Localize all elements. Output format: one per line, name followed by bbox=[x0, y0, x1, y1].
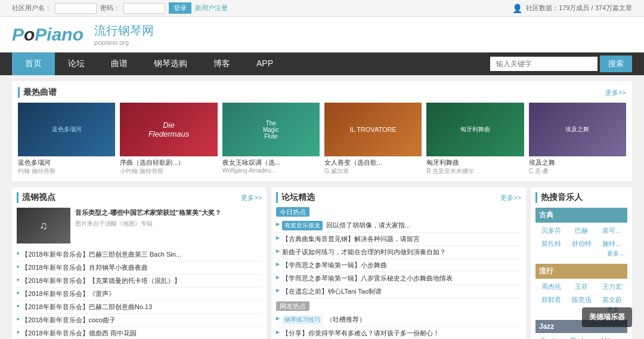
logo-info: 流行钢琴网 popiano.org bbox=[94, 23, 154, 46]
forum-title: 论坛精选 bbox=[276, 192, 315, 203]
musician-zheng[interactable]: 郑郭君 bbox=[537, 294, 565, 306]
video-item-7[interactable]: 【2018年新年音乐会】德彪西 雨中花园 bbox=[17, 327, 262, 339]
video-item-6[interactable]: 【2018年新年音乐会】coco曲子 bbox=[17, 314, 262, 327]
nav-item-sheets[interactable]: 曲谱 bbox=[98, 53, 141, 75]
video-section: 流钢视点 更多>> ♫ 音乐类型之-哪些中国艺术家荣获过"格莱美"大奖？ 图片来… bbox=[12, 187, 267, 339]
classical-header: 古典 bbox=[535, 208, 627, 223]
logo: PoPiano 流行钢琴网 popiano.org bbox=[12, 23, 154, 46]
video-featured[interactable]: ♫ 音乐类型之-哪些中国艺术家荣获过"格莱美"大奖？ 图片来自于清醒《地图》专辑 bbox=[17, 208, 262, 244]
piano-grid: 周杰伦 王菲 王力宏 郑郭君 陈奕迅 莫文蔚 bbox=[535, 281, 627, 306]
nav-item-home[interactable]: 首页 bbox=[12, 53, 55, 75]
musician-mo[interactable]: 莫文蔚 bbox=[597, 294, 626, 306]
nav-search: 搜索 bbox=[490, 56, 632, 72]
site-title: 流行钢琴网 bbox=[94, 23, 154, 39]
music-author-5: R.克里亚米米娜尔 bbox=[426, 167, 524, 175]
musician-bach[interactable]: 巴赫 bbox=[567, 225, 596, 236]
forum-section: 论坛精选 更多>> 今日热点 有奖音乐接龙 回以偿了胡胡像，请大家指... 【古… bbox=[271, 187, 526, 339]
video-item-2[interactable]: 【2018年新年音乐会】肖邦钢琴小夜曲夜曲 bbox=[17, 261, 262, 275]
music-item-3[interactable]: The Magic Flute 夜女王咏叹调（选... Wolfgang Ama… bbox=[222, 103, 320, 175]
nav-item-forum[interactable]: 论坛 bbox=[55, 53, 98, 75]
musician-mozart[interactable]: 莫扎特 bbox=[537, 238, 565, 249]
logo-piano: Piano bbox=[35, 24, 83, 44]
classical-more[interactable]: 更多… bbox=[535, 249, 627, 260]
hot-music-header: 最热曲谱 更多>> bbox=[18, 87, 626, 98]
forum-today-3[interactable]: 新曲子该如何练习，才能在合理的时间内做到演奏自如？ bbox=[276, 246, 521, 259]
nav-item-blog[interactable]: 博客 bbox=[200, 53, 243, 75]
video-title-text: 音乐类型之-哪些中国艺术家荣获过"格莱美"大奖？ bbox=[75, 208, 221, 218]
music-name-3: 夜女王咏叹调（选... bbox=[222, 158, 320, 167]
musician-wangfei[interactable]: 王菲 bbox=[567, 281, 596, 292]
musician-schubert[interactable]: 舒伯特 bbox=[567, 238, 596, 249]
video-more[interactable]: 更多>> bbox=[241, 193, 262, 202]
username-label: 社区用户名： bbox=[12, 4, 51, 13]
forum-more[interactable]: 更多>> bbox=[500, 193, 521, 202]
musician-thelo[interactable]: Thelo... bbox=[567, 335, 596, 339]
piano-header: 流行 bbox=[535, 264, 627, 279]
music-name-2: 序曲（选自轻歌剧...） bbox=[120, 158, 217, 167]
classical-section: 古典 贝多芬 巴赫 柴可... 莫扎特 舒伯特 施特... 更多… bbox=[535, 208, 627, 260]
forum-today-5[interactable]: 【学而思之参琴瑜第一辑】八岁雷乐秘史之小步舞曲地情表 bbox=[276, 272, 521, 285]
musician-eason[interactable]: 陈奕迅 bbox=[567, 294, 596, 306]
tag-skill: 钢琴练习技巧 bbox=[282, 315, 323, 325]
classical-grid: 贝多芬 巴赫 柴可... 莫扎特 舒伯特 施特... bbox=[535, 225, 627, 249]
music-name-1: 蓝色多瑙河 bbox=[18, 158, 115, 167]
musician-jay[interactable]: 周杰伦 bbox=[537, 281, 565, 292]
username-input[interactable] bbox=[55, 3, 97, 14]
login-button[interactable]: 登录 bbox=[169, 2, 191, 14]
musician-leehom[interactable]: 王力宏 bbox=[597, 281, 626, 292]
video-header: 流钢视点 更多>> bbox=[17, 192, 262, 203]
musician-scott[interactable]: Scott... bbox=[537, 335, 565, 339]
music-name-4: 女人善变（选自歌... bbox=[324, 158, 422, 167]
video-thumbnail: ♫ bbox=[17, 208, 70, 244]
video-item-3[interactable]: 【2018年新年音乐会】【克莱德曼的托卡塔（混乱）】 bbox=[17, 275, 262, 288]
musician-beethoven[interactable]: 贝多芬 bbox=[537, 225, 565, 236]
nav-item-app[interactable]: APP bbox=[243, 53, 286, 75]
music-thumb-2: Die Fledermaus bbox=[120, 103, 217, 156]
logo-po: P bbox=[12, 24, 24, 44]
site-header: PoPiano 流行钢琴网 popiano.org bbox=[0, 17, 644, 53]
nav-item-piano[interactable]: 钢琴选购 bbox=[141, 53, 200, 75]
video-item-1[interactable]: 【2018年新年音乐会】巴赫三部创意曲第三 Bach Sin... bbox=[17, 248, 262, 261]
music-thumb-4: IL TROVATORE bbox=[324, 103, 422, 156]
music-author-2: 小约翰·施特劳斯 bbox=[120, 167, 217, 175]
music-name-5: 匈牙利舞曲 bbox=[426, 158, 524, 167]
forum-today-1[interactable]: 有奖音乐接龙 回以偿了胡胡像，请大家指... bbox=[276, 219, 521, 233]
search-input[interactable] bbox=[490, 57, 597, 71]
forum-friend-1[interactable]: 钢琴练习技巧（吐槽推荐） bbox=[276, 313, 521, 327]
music-item-6[interactable]: 埃及之舞 埃及之舞 C.圣-桑 bbox=[529, 103, 626, 175]
logo-image: PoPiano bbox=[12, 24, 83, 45]
music-item-2[interactable]: Die Fledermaus 序曲（选自轻歌剧...） 小约翰·施特劳斯 bbox=[120, 103, 217, 175]
music-author-1: 约翰·施特劳斯 bbox=[18, 167, 115, 175]
video-item-4[interactable]: 【2018年新年音乐会】《雷声》 bbox=[17, 288, 262, 301]
password-input[interactable] bbox=[123, 3, 165, 14]
logo-rest: o bbox=[24, 24, 35, 44]
video-description: 音乐类型之-哪些中国艺术家荣获过"格莱美"大奖？ 图片来自于清醒《地图》专辑 bbox=[75, 208, 221, 244]
hot-music-title: 最热曲谱 bbox=[18, 87, 57, 98]
register-link[interactable]: 新用户注册 bbox=[195, 4, 228, 13]
forum-friend-2[interactable]: 【分享】你觉得学琴有多难么？请对孩子多一份耐心！ bbox=[276, 327, 521, 339]
top-bar-left: 社区用户名： 密码： 登录 新用户注册 bbox=[12, 2, 228, 14]
music-item-4[interactable]: IL TROVATORE 女人善变（选自歌... G.威尔第 bbox=[324, 103, 422, 175]
forum-today-6[interactable]: 【在遗忘之前】钟心LTani Tao制谱 bbox=[276, 285, 521, 298]
music-item-5[interactable]: 匈牙利舞曲 匈牙利舞曲 R.克里亚米米娜尔 bbox=[426, 103, 524, 175]
musician-miles[interactable]: Miles... bbox=[597, 335, 626, 339]
search-button[interactable]: 搜索 bbox=[600, 56, 632, 72]
hot-music-section: 最热曲谱 更多>> 蓝色多瑙河 蓝色多瑙河 约翰·施特劳斯 Die Fleder… bbox=[12, 81, 632, 181]
user-icon: 👤 bbox=[512, 4, 522, 13]
forum-header: 论坛精选 更多>> bbox=[276, 192, 521, 203]
hot-music-more[interactable]: 更多>> bbox=[605, 88, 626, 97]
music-thumb-3: The Magic Flute bbox=[222, 103, 320, 156]
musician-tchaikov[interactable]: 柴可... bbox=[597, 225, 626, 236]
forum-today-4[interactable]: 【学而思之参琴瑜第一辑】小步舞曲 bbox=[276, 259, 521, 272]
music-item-1[interactable]: 蓝色多瑙河 蓝色多瑙河 约翰·施特劳斯 bbox=[18, 103, 115, 175]
classical-label: 古典 bbox=[539, 210, 553, 220]
music-thumb-5: 匈牙利舞曲 bbox=[426, 103, 524, 156]
video-sub: 图片来自于清醒《地图》专辑 bbox=[75, 219, 221, 228]
musician-strauss[interactable]: 施特... bbox=[597, 238, 626, 249]
piano-label: 流行 bbox=[539, 266, 553, 276]
music-grid: 蓝色多瑙河 蓝色多瑙河 约翰·施特劳斯 Die Fledermaus 序曲（选自… bbox=[18, 103, 626, 175]
main-nav: 首页 论坛 曲谱 钢琴选购 博客 APP 搜索 bbox=[0, 53, 644, 75]
video-item-5[interactable]: 【2018年新年音乐会】巴赫二部创意曲No.13 bbox=[17, 301, 262, 314]
music-thumb-1: 蓝色多瑙河 bbox=[18, 103, 115, 156]
forum-today-2[interactable]: 【古典曲集海音普见钢】解决各种问题，请留言 bbox=[276, 233, 521, 246]
